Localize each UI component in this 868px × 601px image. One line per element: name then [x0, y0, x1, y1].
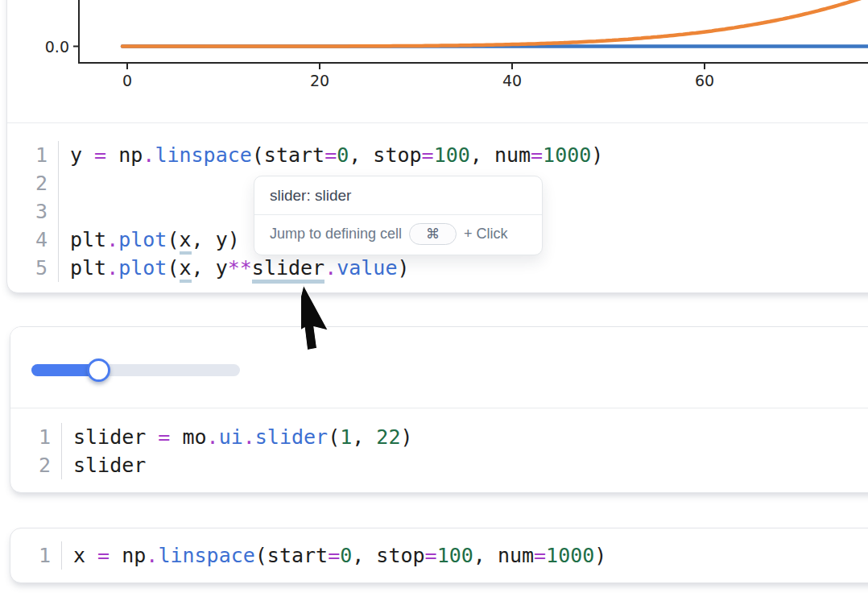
cell-output-slider — [10, 327, 868, 408]
code-token: . — [207, 425, 219, 449]
code-token: x — [73, 544, 97, 567]
line-number: 5 — [7, 254, 48, 282]
code-token: , stop — [349, 143, 421, 167]
code-token: . — [146, 544, 158, 567]
code-token: linspace — [155, 143, 251, 167]
notebook-cell-x: 1x = np.linspace(start=0, stop=100, num=… — [10, 528, 868, 583]
code-token: = — [531, 143, 543, 167]
notebook-cell-slider: 12slider = mo.ui.slider(1, 22)slider — [10, 326, 868, 493]
tooltip-action-label: Jump to defining cell — [270, 226, 402, 242]
code-token: , stop — [352, 544, 424, 567]
code-token: = — [97, 544, 110, 567]
code-token: = — [422, 143, 434, 167]
code-line[interactable]: x = np.linspace(start=0, stop=100, num=1… — [73, 541, 606, 570]
code-token: , num — [473, 544, 534, 567]
code-token: np — [110, 544, 146, 567]
code-token: slider — [73, 454, 146, 477]
line-number-gutter: 12345 — [7, 141, 59, 282]
code-token: = — [94, 143, 106, 167]
line-number: 2 — [7, 169, 48, 197]
variable-hover-tooltip: slider: slider Jump to defining cell ⌘ +… — [254, 176, 543, 255]
code-token: x — [180, 228, 192, 255]
code-token: . — [324, 256, 337, 280]
code-text[interactable]: slider = mo.ui.slider(1, 22)slider — [62, 423, 413, 479]
code-token: = — [158, 425, 170, 449]
code-token: , y — [192, 256, 228, 280]
code-token: x — [180, 256, 192, 283]
code-token: = — [534, 544, 546, 567]
code-token: plt — [70, 228, 106, 251]
code-line[interactable]: slider = mo.ui.slider(1, 22) — [73, 423, 413, 451]
line-number: 1 — [10, 541, 51, 570]
code-token: 1000 — [546, 544, 594, 567]
code-token: ) — [400, 425, 412, 449]
code-token: ) — [594, 544, 606, 567]
code-token: slider — [252, 256, 324, 284]
code-token: plt — [70, 256, 106, 280]
line-number: 1 — [7, 141, 48, 169]
line-number: 3 — [7, 197, 48, 226]
code-token: ) — [397, 256, 409, 280]
code-token: ( — [167, 228, 179, 251]
code-token: = — [425, 544, 437, 567]
code-token: = — [328, 544, 340, 567]
slider-track[interactable] — [31, 364, 240, 376]
code-token: ** — [228, 256, 252, 280]
code-token: ui — [219, 425, 243, 449]
code-token: , — [352, 425, 376, 449]
code-token: mo — [170, 425, 206, 449]
code-token: 1000 — [543, 143, 591, 167]
code-token: 100 — [437, 544, 473, 567]
code-token: . — [243, 425, 255, 449]
code-token: . — [143, 143, 155, 167]
command-key-badge: ⌘ — [409, 223, 457, 245]
cell-output-chart — [7, 0, 868, 122]
code-token: linspace — [158, 544, 254, 567]
code-token: . — [106, 256, 118, 280]
code-editor[interactable]: 12slider = mo.ui.slider(1, 22)slider — [10, 408, 868, 491]
code-token: slider — [255, 425, 328, 449]
line-number: 4 — [7, 226, 48, 254]
jump-to-defining-cell[interactable]: Jump to defining cell ⌘ + Click — [254, 215, 542, 255]
code-editor[interactable]: 1x = np.linspace(start=0, stop=100, num=… — [10, 528, 868, 582]
code-token: 0 — [337, 143, 349, 167]
code-line[interactable]: y = np.linspace(start=0, stop=100, num=1… — [70, 141, 603, 169]
code-token: y — [70, 143, 94, 167]
code-token: ( — [167, 256, 179, 280]
code-line[interactable]: plt.plot(x, y**slider.value) — [70, 254, 603, 282]
line-number-gutter: 1 — [10, 541, 62, 570]
code-token: ) — [591, 143, 603, 167]
slider-thumb[interactable] — [87, 359, 110, 382]
code-token: 100 — [434, 143, 470, 167]
command-key-icon: ⌘ — [426, 226, 440, 242]
code-token: plot — [118, 228, 167, 251]
tooltip-click-hint: + Click — [464, 226, 508, 242]
code-token: plot — [118, 256, 167, 280]
code-token: . — [106, 228, 118, 251]
line-number-gutter: 12 — [10, 423, 62, 479]
code-token: ( — [328, 425, 340, 449]
code-token: , num — [470, 143, 531, 167]
code-token: (start — [255, 544, 328, 567]
code-token: 22 — [376, 425, 400, 449]
code-line[interactable]: slider — [73, 451, 413, 479]
code-token: (start — [252, 143, 324, 167]
code-token: np — [106, 143, 143, 167]
line-number: 2 — [10, 451, 51, 479]
code-token: = — [324, 143, 337, 167]
code-token: slider — [73, 425, 158, 449]
code-token: 1 — [340, 425, 352, 449]
tooltip-title: slider: slider — [254, 176, 542, 214]
code-token: , y) — [192, 228, 240, 251]
code-token: 0 — [340, 544, 352, 567]
line-number: 1 — [10, 423, 51, 451]
code-text[interactable]: x = np.linspace(start=0, stop=100, num=1… — [62, 541, 606, 570]
code-token: value — [337, 256, 397, 280]
